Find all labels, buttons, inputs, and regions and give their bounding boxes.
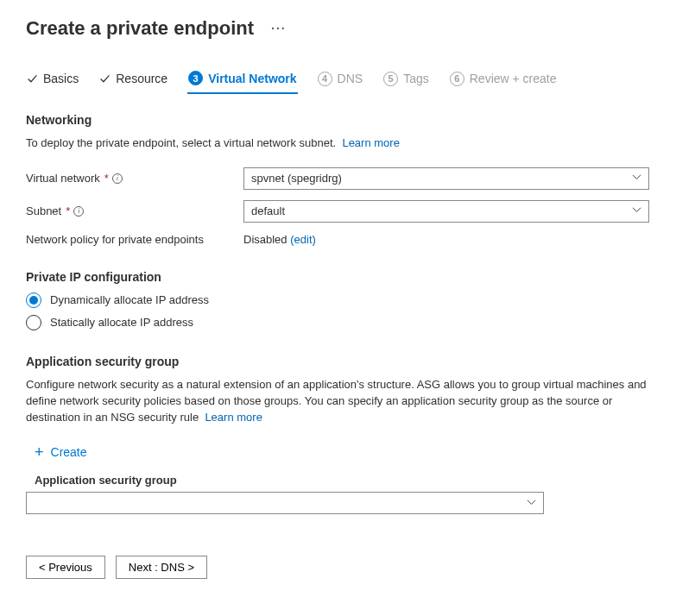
required-icon: * xyxy=(104,172,109,185)
tab-review-create[interactable]: 6 Review + create xyxy=(449,66,558,93)
wizard-tabs: Basics Resource 3 Virtual Network 4 DNS … xyxy=(26,66,650,94)
subnet-value: default xyxy=(251,204,285,217)
radio-label: Dynamically allocate IP address xyxy=(50,293,209,306)
tab-tags[interactable]: 5 Tags xyxy=(382,66,430,93)
asg-select[interactable] xyxy=(26,492,544,514)
policy-label: Network policy for private endpoints xyxy=(26,233,204,246)
vnet-select[interactable]: spvnet (spegridrg) xyxy=(243,167,649,190)
tab-label: Tags xyxy=(403,72,429,85)
info-icon[interactable]: i xyxy=(73,206,84,217)
tab-label: DNS xyxy=(338,72,363,85)
networking-heading: Networking xyxy=(26,113,650,127)
plus-icon: + xyxy=(35,444,44,460)
chevron-down-icon xyxy=(632,172,641,185)
chevron-down-icon xyxy=(632,204,641,217)
asg-desc: Configure network security as a natural … xyxy=(26,378,647,424)
vnet-value: spvnet (spegridrg) xyxy=(251,172,342,185)
learn-more-link[interactable]: Learn more xyxy=(342,136,399,149)
info-icon[interactable]: i xyxy=(112,173,123,184)
step-number-icon: 3 xyxy=(188,71,203,85)
radio-label: Statically allocate IP address xyxy=(50,316,193,329)
tab-resource[interactable]: Resource xyxy=(98,66,168,92)
radio-static-ip[interactable]: Statically allocate IP address xyxy=(26,315,650,330)
radio-dynamic-ip[interactable]: Dynamically allocate IP address xyxy=(26,292,650,308)
radio-icon xyxy=(26,315,41,330)
page-title: Create a private endpoint xyxy=(26,17,254,40)
create-asg-button[interactable]: + Create xyxy=(35,441,87,463)
policy-value: Disabled xyxy=(243,233,287,246)
radio-icon xyxy=(26,292,41,308)
asg-heading: Application security group xyxy=(26,355,650,368)
create-label: Create xyxy=(51,445,87,459)
more-icon[interactable]: ··· xyxy=(271,22,287,35)
chevron-down-icon xyxy=(527,497,536,510)
next-button[interactable]: Next : DNS > xyxy=(116,556,207,579)
vnet-label: Virtual network xyxy=(26,172,100,185)
tab-label: Virtual Network xyxy=(208,72,296,85)
networking-desc: To deploy the private endpoint, select a… xyxy=(26,136,336,149)
subnet-select[interactable]: default xyxy=(243,200,649,223)
tab-virtual-network[interactable]: 3 Virtual Network xyxy=(187,66,297,94)
tab-label: Basics xyxy=(43,72,79,85)
step-number-icon: 5 xyxy=(383,72,398,86)
tab-label: Review + create xyxy=(470,72,557,85)
asg-column-label: Application security group xyxy=(35,474,650,487)
learn-more-link[interactable]: Learn more xyxy=(205,411,262,424)
ipconfig-heading: Private IP configuration xyxy=(26,270,650,284)
subnet-label: Subnet xyxy=(26,204,61,217)
check-icon xyxy=(27,73,38,85)
previous-button[interactable]: < Previous xyxy=(26,556,105,579)
check-icon xyxy=(99,73,111,85)
step-number-icon: 6 xyxy=(450,72,464,86)
tab-dns[interactable]: 4 DNS xyxy=(317,66,364,93)
policy-edit-link[interactable]: (edit) xyxy=(290,233,316,246)
required-icon: * xyxy=(66,204,70,217)
tab-label: Resource xyxy=(116,72,167,85)
tab-basics[interactable]: Basics xyxy=(26,66,79,92)
step-number-icon: 4 xyxy=(318,72,332,86)
